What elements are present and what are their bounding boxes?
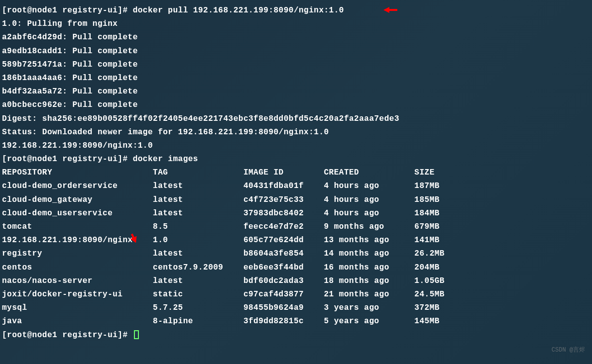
header-created: CREATED: [324, 168, 415, 177]
terminal-output: [root@node1 registry-ui]# docker pull 19…: [2, 4, 590, 342]
header-repository: REPOSITORY: [2, 168, 153, 177]
images-table-row: cloud-demo_userservice latest 37983dbc84…: [2, 207, 590, 220]
images-table-row: cloud-demo_gateway latest c4f723e75c33 4…: [2, 193, 590, 207]
pull-output-line: 1.0: Pulling from nginx: [2, 17, 590, 31]
pull-output-line: b4df32aa5a72: Pull complete: [2, 85, 590, 98]
shell-prompt: [root@node1 registry-ui]#: [2, 155, 133, 164]
images-table-row: registry latest b8604a3fe854 14 months a…: [2, 247, 590, 261]
pull-output-line: 192.168.221.199:8090/nginx:1.0: [2, 139, 590, 153]
watermark-text: CSDN @言烬: [552, 345, 585, 355]
pull-output-line: Digest: sha256:ee89b00528ff4f02f2405e4ee…: [2, 112, 590, 126]
images-table-body: cloud-demo_orderservice latest 40431fdba…: [2, 180, 590, 328]
images-table-row: centos centos7.9.2009 eeb6ee3f44bd 16 mo…: [2, 261, 590, 274]
images-table-row: java 8-alpine 3fd9dd82815c 5 years ago 1…: [2, 315, 590, 328]
shell-prompt: [root@node1 registry-ui]#: [2, 331, 133, 340]
command-line-1: [root@node1 registry-ui]# docker pull 19…: [2, 4, 590, 17]
command-line-2: [root@node1 registry-ui]# docker images: [2, 153, 590, 166]
annotation-arrow-icon: [383, 3, 397, 20]
pull-output-line: 186b1aaa4aa6: Pull complete: [2, 72, 590, 85]
images-header-row: REPOSITORY TAG IMAGE ID CREATED SIZE: [2, 166, 590, 180]
pull-output-line: a9edb18cadd1: Pull complete: [2, 45, 590, 58]
pull-output-line: 589b7251471a: Pull complete: [2, 58, 590, 72]
images-table-row: tomcat 8.5 feecc4e7d7e2 9 months ago 679…: [2, 220, 590, 234]
images-table-row: 192.168.221.199:8090/nginx 1.0 605c77e62…: [2, 234, 590, 247]
header-tag: TAG: [153, 168, 243, 177]
cursor: [134, 330, 139, 339]
command-line-3[interactable]: [root@node1 registry-ui]#: [2, 329, 590, 342]
header-image-id: IMAGE ID: [243, 168, 324, 177]
images-table-row: mysql 5.7.25 98455b9624a9 3 years ago 37…: [2, 301, 590, 315]
header-size: SIZE: [414, 168, 434, 177]
pull-output-line: Status: Downloaded newer image for 192.1…: [2, 126, 590, 139]
shell-prompt: [root@node1 registry-ui]#: [2, 6, 133, 15]
command-text: docker pull 192.168.221.199:8090/nginx:1…: [133, 6, 344, 15]
pull-output-line: a0bcbecc962e: Pull complete: [2, 98, 590, 112]
images-table-row: joxit/docker-registry-ui static c97caf4d…: [2, 288, 590, 301]
pull-output-line: a2abf6c4d29d: Pull complete: [2, 31, 590, 44]
images-table-row: cloud-demo_orderservice latest 40431fdba…: [2, 180, 590, 193]
command-text: docker images: [133, 155, 198, 164]
images-table-row: nacos/nacos-server latest bdf60dc2ada3 1…: [2, 274, 590, 288]
